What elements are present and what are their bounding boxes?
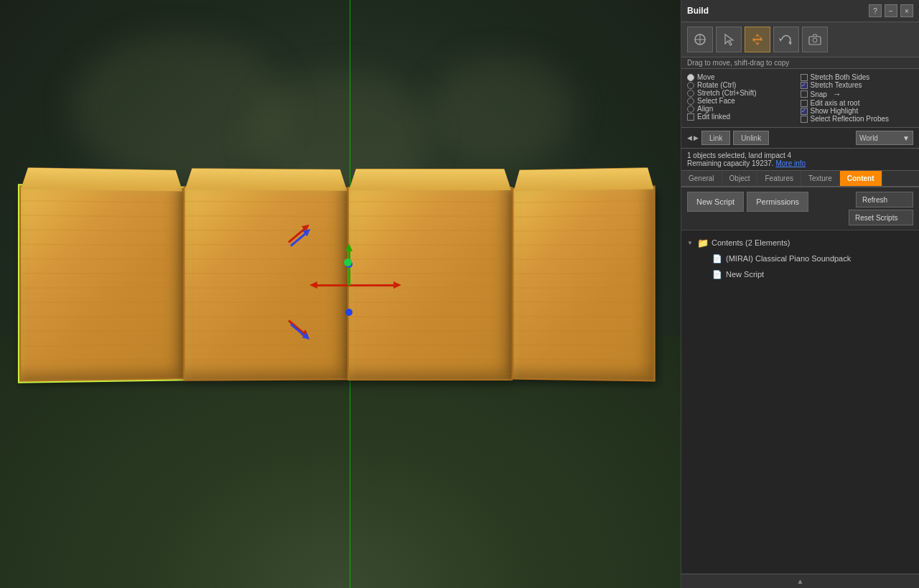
- option-show-highlight: ✓ Show Highlight: [801, 107, 914, 115]
- box-2[interactable]: [183, 186, 348, 381]
- minimize-button[interactable]: −: [885, 4, 897, 17]
- tree-root-item[interactable]: ▼ 📁 Contents (2 Elements): [684, 235, 916, 251]
- dropdown-arrow-icon: ▼: [902, 134, 910, 142]
- options-right-col: Stretch Both Sides ✓ Stretch Textures Sn…: [801, 73, 914, 123]
- unlink-button[interactable]: Unlink: [733, 131, 769, 145]
- camera-tool-btn[interactable]: [802, 27, 828, 52]
- box-4[interactable]: [512, 186, 655, 382]
- bg-blob-2: [431, 57, 574, 165]
- tab-content[interactable]: Content: [840, 171, 882, 186]
- tree-item-newscript[interactable]: 📄 New Script: [699, 266, 916, 282]
- option-select-face: Select Face: [687, 97, 801, 105]
- option-edit-linked: Edit linked: [687, 113, 801, 121]
- option-move: Move: [687, 73, 801, 81]
- link-row: ◀ ▶ Link Unlink World ▼: [681, 128, 919, 149]
- svg-point-7: [813, 38, 817, 42]
- more-info-link[interactable]: More info: [775, 159, 806, 167]
- option-reflection-probes: Select Reflection Probes: [801, 115, 914, 123]
- tree-item-soundpack[interactable]: 📄 (MIRAI) Classical Piano Soundpack: [699, 251, 916, 266]
- options-left-col: Move Rotate (Ctrl) Stretch (Ctrl+Shift) …: [687, 73, 801, 123]
- rotate-tool-btn[interactable]: [773, 27, 799, 52]
- svg-marker-3: [752, 34, 762, 45]
- panel-title: Build: [687, 6, 709, 16]
- status-line2: Remaining capacity 19237. More info: [687, 159, 913, 167]
- tab-object[interactable]: Object: [722, 171, 758, 186]
- snap-arrow: →: [833, 89, 841, 99]
- option-edit-axis: Edit axis at root: [801, 99, 914, 107]
- status-bar: 1 objects selected, land impact 4 Remain…: [681, 149, 919, 171]
- tree-item-soundpack-label: (MIRAI) Classical Piano Soundpack: [726, 254, 851, 263]
- options-columns: Move Rotate (Ctrl) Stretch (Ctrl+Shift) …: [687, 73, 913, 123]
- svg-marker-5: [779, 38, 782, 42]
- nav-prev[interactable]: ◀: [687, 134, 692, 141]
- radio-align[interactable]: [687, 106, 694, 113]
- box-3-top: [349, 169, 511, 190]
- option-stretch: Stretch (Ctrl+Shift): [687, 89, 801, 97]
- focus-tool[interactable]: [687, 27, 713, 52]
- tab-texture[interactable]: Texture: [801, 171, 840, 186]
- new-script-button[interactable]: New Script: [687, 192, 744, 212]
- tree-root-label: Contents (2 Elements): [712, 238, 790, 247]
- viewport[interactable]: [0, 0, 681, 588]
- option-stretch-both: Stretch Both Sides: [801, 73, 914, 81]
- world-dropdown[interactable]: World ▼: [856, 131, 913, 145]
- radio-move[interactable]: [687, 74, 694, 81]
- tree-children: 📄 (MIRAI) Classical Piano Soundpack 📄 Ne…: [684, 251, 916, 282]
- checkbox-edit-linked[interactable]: [687, 113, 694, 121]
- box-1[interactable]: [19, 185, 184, 381]
- box-2-top: [185, 168, 347, 190]
- radio-select-face[interactable]: [687, 98, 694, 105]
- script-icon-2: 📄: [712, 269, 723, 280]
- tabs: General Object Features Texture Content: [681, 171, 919, 187]
- help-button[interactable]: ?: [869, 4, 882, 17]
- tree-expand-arrow[interactable]: ▼: [687, 240, 694, 246]
- checkbox-snap[interactable]: [801, 90, 808, 98]
- radio-rotate[interactable]: [687, 82, 694, 89]
- checkbox-stretch-both[interactable]: [801, 74, 808, 81]
- action-buttons: New Script Permissions Refresh Reset Scr…: [681, 187, 919, 230]
- script-icon-1: 📄: [712, 253, 723, 264]
- refresh-button[interactable]: Refresh: [856, 192, 913, 207]
- radio-stretch[interactable]: [687, 90, 694, 97]
- checkbox-edit-axis[interactable]: [801, 100, 808, 107]
- checkbox-reflection-probes[interactable]: [801, 116, 808, 123]
- panel-controls: ? − ×: [869, 4, 913, 17]
- tools-toolbar: [681, 22, 919, 57]
- tab-features[interactable]: Features: [757, 171, 801, 186]
- tool-hint: Drag to move, shift-drag to copy: [681, 57, 919, 69]
- box-1-top: [21, 167, 182, 191]
- option-align: Align: [687, 105, 801, 113]
- option-rotate: Rotate (Ctrl): [687, 81, 801, 89]
- tree-root: ▼ 📁 Contents (2 Elements) 📄 (MIRAI) Clas…: [684, 233, 916, 284]
- close-button[interactable]: ×: [900, 4, 913, 17]
- tab-general[interactable]: General: [681, 171, 722, 186]
- boxes-container: [0, 172, 675, 395]
- panel-header: Build ? − ×: [681, 0, 919, 22]
- permissions-button[interactable]: Permissions: [747, 192, 808, 212]
- checkbox-show-highlight[interactable]: ✓: [801, 108, 808, 115]
- nav-next[interactable]: ▶: [694, 134, 699, 141]
- bg-blob-1: [72, 36, 287, 179]
- option-snap: Snap →: [801, 89, 914, 99]
- move-tool-btn[interactable]: [745, 27, 770, 52]
- build-panel: Build ? − ×: [681, 0, 919, 588]
- option-stretch-textures: ✓ Stretch Textures: [801, 81, 914, 89]
- content-area[interactable]: ▼ 📁 Contents (2 Elements) 📄 (MIRAI) Clas…: [681, 230, 919, 574]
- status-line1: 1 objects selected, land impact 4: [687, 151, 913, 159]
- box-3[interactable]: [347, 187, 513, 381]
- link-button[interactable]: Link: [701, 131, 730, 145]
- checkbox-stretch-textures[interactable]: ✓: [801, 82, 808, 89]
- box-4-top: [513, 167, 653, 191]
- folder-icon: 📁: [697, 237, 709, 248]
- select-tool[interactable]: [716, 27, 742, 52]
- reset-scripts-button[interactable]: Reset Scripts: [849, 210, 913, 225]
- tree-item-newscript-label: New Script: [726, 270, 764, 279]
- options-section: Move Rotate (Ctrl) Stretch (Ctrl+Shift) …: [681, 69, 919, 128]
- nav-arrows: ◀ ▶: [687, 134, 699, 141]
- scroll-indicator[interactable]: ▲: [681, 574, 919, 588]
